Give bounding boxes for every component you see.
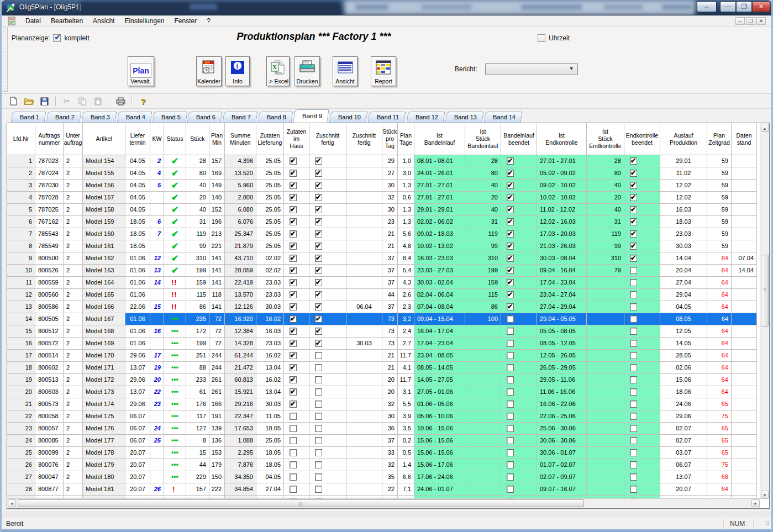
status-cell[interactable]: !! [164, 289, 186, 301]
artikel-cell[interactable]: Model 170 [83, 350, 125, 362]
ist-stueck-endkontrolle-cell[interactable]: 80 [587, 167, 624, 180]
endkontrolle-beendet-checkbox[interactable] [630, 170, 637, 177]
lfd-nr-cell[interactable]: 13 [7, 301, 35, 313]
plan-min-cell[interactable]: 118 [209, 289, 225, 301]
endkontrolle-beendet-checkbox[interactable] [630, 279, 637, 286]
ist-stueck-bandeinlauf-cell[interactable]: 80 [465, 167, 501, 180]
auslauf-produktion-cell[interactable]: 29.06 [660, 410, 707, 423]
zuschnitt-fertig-checkbox[interactable] [315, 243, 322, 250]
zuschnitt-fertig-datum-cell[interactable] [346, 459, 382, 471]
ist-endkontrolle-cell[interactable]: 30.06 - 30.06 [537, 435, 587, 447]
table-row[interactable]: 98005002Model 16201.0612✔31014143.71002.… [7, 252, 769, 265]
stueck-pro-tag-cell[interactable]: 36 [382, 423, 398, 435]
endkontrolle-beendet-cell[interactable] [624, 398, 660, 410]
ist-stueck-bandeinlauf-cell[interactable]: 115 [465, 289, 501, 301]
liefertermin-cell[interactable]: 01.06 [125, 313, 150, 325]
bandeinlauf-beendet-checkbox[interactable] [507, 170, 514, 177]
endkontrolle-beendet-checkbox[interactable] [630, 340, 637, 347]
ist-endkontrolle-cell[interactable]: 09.02 - 10.02 [537, 180, 587, 192]
auftragsnummer-cell[interactable]: 800047 [35, 471, 64, 483]
liefertermin-cell[interactable]: 20.07 [125, 471, 150, 483]
artikel-cell[interactable]: Model 159 [83, 216, 125, 228]
plan-min-cell[interactable]: 72 [209, 325, 225, 338]
report-button[interactable]: Report [371, 56, 396, 86]
status-cell[interactable]: ✔ [164, 167, 186, 180]
ist-endkontrolle-cell[interactable]: 23.04 - 27.04 [537, 289, 587, 301]
unterauftrag-cell[interactable]: 2 [64, 459, 83, 471]
ist-stueck-bandeinlauf-cell[interactable] [465, 435, 501, 447]
kw-cell[interactable]: 6 [150, 216, 164, 228]
artikel-cell[interactable]: Model 160 [83, 228, 125, 240]
auslauf-produktion-cell[interactable]: 08.05 [660, 313, 707, 325]
summe-minuten-cell[interactable]: 34.350 [225, 471, 256, 483]
ist-stueck-endkontrolle-cell[interactable] [587, 374, 624, 386]
endkontrolle-beendet-checkbox[interactable] [630, 182, 637, 189]
ist-bandeinlauf-cell[interactable]: 16.04 - 17.04 [414, 325, 465, 338]
ist-stueck-bandeinlauf-cell[interactable] [465, 386, 501, 398]
kw-cell[interactable] [150, 313, 164, 325]
endkontrolle-beendet-checkbox[interactable] [630, 218, 637, 225]
status-cell[interactable]: ! [164, 483, 186, 496]
ist-stueck-endkontrolle-cell[interactable]: 79 [587, 265, 624, 277]
zuschnitt-fertig-checkbox[interactable] [315, 364, 322, 371]
tab-band-1[interactable]: Band 1 [11, 112, 46, 123]
bandeinlauf-beendet-cell[interactable] [501, 410, 537, 423]
plan-tage-cell[interactable]: 2,6 [398, 289, 414, 301]
table-row[interactable]: 17870232Model 15404.052✔281574.39625.052… [7, 155, 769, 167]
liefertermin-cell[interactable]: 20.07 [125, 483, 150, 496]
zutaten-im-haus-cell[interactable] [284, 459, 309, 471]
liefertermin-cell[interactable]: 01.06 [125, 338, 150, 350]
kw-cell[interactable]: 23 [150, 398, 164, 410]
bandeinlauf-beendet-checkbox[interactable] [507, 388, 514, 396]
ist-endkontrolle-cell[interactable]: 27.01 - 27.01 [537, 155, 587, 167]
zuschnitt-fertig-datum-cell[interactable] [346, 447, 382, 459]
zuschnitt-fertig-datum-cell[interactable] [346, 313, 382, 325]
ist-stueck-bandeinlauf-cell[interactable]: 100 [465, 313, 501, 325]
plan-tage-cell[interactable]: 0,6 [398, 192, 414, 204]
zuschnitt-fertig-cell[interactable] [309, 386, 346, 398]
endkontrolle-beendet-cell[interactable] [624, 350, 660, 362]
table-row[interactable]: 248000852Model 17706.0725•••81361.08825.… [7, 435, 769, 447]
ist-stueck-endkontrolle-cell[interactable] [587, 301, 624, 313]
status-cell[interactable]: ••• [164, 435, 186, 447]
auftragsnummer-cell[interactable]: 800603 [35, 386, 64, 398]
unterauftrag-cell[interactable]: 2 [64, 325, 83, 338]
lfd-nr-cell[interactable]: 16 [7, 338, 35, 350]
zutaten-im-haus-checkbox[interactable] [290, 182, 297, 189]
plan-zeitgrad-cell[interactable]: 65 [707, 435, 732, 447]
lfd-nr-cell[interactable]: 22 [7, 410, 35, 423]
datenstand-cell[interactable] [732, 398, 757, 410]
zutaten-im-haus-checkbox[interactable] [290, 303, 297, 310]
ist-stueck-bandeinlauf-cell[interactable]: 28 [465, 155, 501, 167]
kw-cell[interactable] [150, 338, 164, 350]
endkontrolle-beendet-cell[interactable] [624, 423, 660, 435]
datenstand-cell[interactable] [732, 192, 757, 204]
stueck-cell[interactable]: 61 [186, 386, 209, 398]
stueck-cell[interactable]: 88 [186, 362, 209, 374]
zutaten-im-haus-checkbox[interactable] [290, 425, 297, 432]
endkontrolle-beendet-cell[interactable] [624, 325, 660, 338]
ist-endkontrolle-cell[interactable]: 21.03 - 26.03 [537, 240, 587, 252]
table-row[interactable]: 108005262Model 16301.0613✔19914128.05902… [7, 265, 769, 277]
datenstand-cell[interactable] [732, 277, 757, 289]
plan-tage-cell[interactable]: 6,6 [398, 471, 414, 483]
bericht-combobox[interactable]: ▼ [485, 63, 578, 75]
status-cell[interactable]: ✔ [164, 265, 186, 277]
bandeinlauf-beendet-cell[interactable] [501, 252, 537, 265]
plan-tage-cell[interactable]: 3,2 [398, 313, 414, 325]
liefertermin-cell[interactable]: 04.05 [125, 180, 150, 192]
endkontrolle-beendet-checkbox[interactable] [630, 206, 637, 213]
stueck-cell[interactable]: 310 [186, 252, 209, 265]
bandeinlauf-beendet-cell[interactable] [501, 423, 537, 435]
lfd-nr-cell[interactable]: 27 [7, 471, 35, 483]
bandeinlauf-beendet-cell[interactable] [501, 386, 537, 398]
unterauftrag-cell[interactable]: 2 [64, 374, 83, 386]
vscroll-thumb[interactable]: ≡ [761, 255, 769, 326]
artikel-cell[interactable]: Model 172 [83, 374, 125, 386]
stueck-pro-tag-cell[interactable]: 37 [382, 301, 398, 313]
ist-bandeinlauf-cell[interactable]: 15.06 - 15.06 [414, 447, 465, 459]
mdi-close-button[interactable]: ✕ [756, 17, 766, 25]
plan-tage-cell[interactable]: 4,8 [398, 240, 414, 252]
bandeinlauf-beendet-checkbox[interactable] [507, 328, 514, 335]
zuschnitt-fertig-cell[interactable] [309, 301, 346, 313]
